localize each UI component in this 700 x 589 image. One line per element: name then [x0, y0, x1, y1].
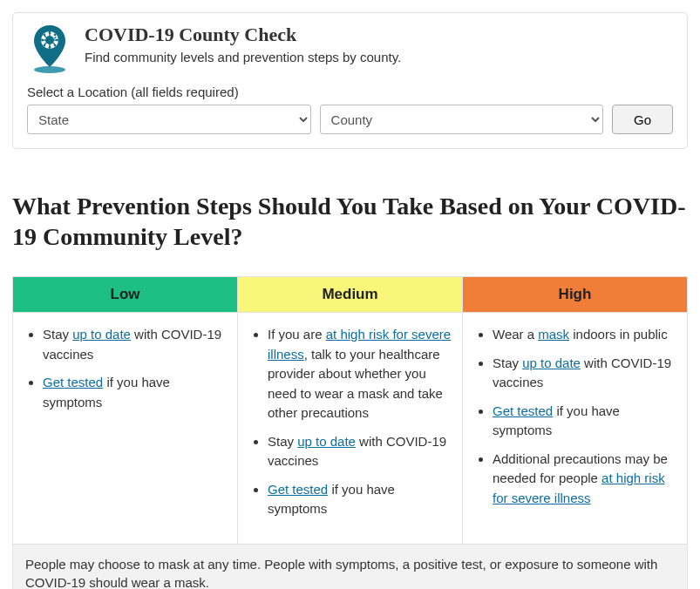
cell-medium: If you are at high risk for severe illne… — [238, 313, 463, 545]
get-tested-link[interactable]: Get tested — [268, 482, 328, 497]
cell-high: Wear a mask indoors in public Stay up to… — [463, 313, 688, 545]
map-pin-virus-icon — [27, 24, 72, 74]
list-item: Stay up to date with COVID-19 vaccines — [493, 354, 676, 393]
svg-rect-8 — [43, 39, 45, 40]
list-item: Wear a mask indoors in public — [493, 325, 676, 345]
header-medium: Medium — [238, 277, 463, 313]
list-item: Get tested if you have symptoms — [493, 402, 676, 441]
low-steps-list: Stay up to date with COVID-19 vaccines G… — [18, 325, 227, 412]
medium-steps-list: If you are at high risk for severe illne… — [243, 325, 452, 519]
table-header-row: Low Medium High — [13, 277, 688, 313]
select-row: State County Go — [27, 105, 673, 134]
list-item: Get tested if you have symptoms — [268, 480, 452, 519]
county-select[interactable]: County — [320, 105, 604, 134]
up-to-date-link[interactable]: up to date — [297, 434, 356, 449]
svg-point-13 — [54, 34, 57, 37]
list-item: Get tested if you have symptoms — [43, 373, 227, 412]
card-title: COVID-19 County Check — [85, 24, 401, 46]
cell-low: Stay up to date with COVID-19 vaccines G… — [13, 313, 238, 545]
table-footnote-row: People may choose to mask at any time. P… — [13, 544, 688, 589]
list-item: Stay up to date with COVID-19 vaccines — [268, 432, 452, 471]
mask-link[interactable]: mask — [538, 327, 569, 342]
up-to-date-link[interactable]: up to date — [522, 355, 581, 370]
svg-rect-10 — [54, 39, 57, 40]
card-subtitle: Find community levels and prevention ste… — [85, 50, 401, 64]
svg-rect-6 — [49, 44, 50, 47]
community-levels-table: Low Medium High Stay up to date with COV… — [12, 276, 688, 589]
header-high: High — [463, 277, 688, 313]
header-low: Low — [13, 277, 238, 313]
table-content-row: Stay up to date with COVID-19 vaccines G… — [13, 313, 688, 545]
select-location-label: Select a Location (all fields required) — [27, 85, 673, 99]
table-footnote: People may choose to mask at any time. P… — [13, 544, 688, 589]
list-item: If you are at high risk for severe illne… — [268, 325, 452, 423]
get-tested-link[interactable]: Get tested — [493, 403, 553, 418]
svg-rect-4 — [49, 33, 50, 36]
county-check-card: COVID-19 County Check Find community lev… — [12, 12, 688, 149]
section-heading: What Prevention Steps Should You Take Ba… — [12, 191, 688, 252]
list-item: Stay up to date with COVID-19 vaccines — [43, 325, 227, 364]
svg-point-0 — [34, 66, 65, 73]
get-tested-link[interactable]: Get tested — [43, 375, 103, 389]
card-header: COVID-19 County Check Find community lev… — [27, 24, 673, 74]
list-item: Additional precautions may be needed for… — [493, 450, 676, 509]
go-button[interactable]: Go — [612, 105, 673, 134]
state-select[interactable]: State — [27, 105, 311, 134]
up-to-date-link[interactable]: up to date — [72, 327, 131, 342]
card-header-text: COVID-19 County Check Find community lev… — [85, 24, 401, 64]
high-steps-list: Wear a mask indoors in public Stay up to… — [468, 325, 676, 508]
